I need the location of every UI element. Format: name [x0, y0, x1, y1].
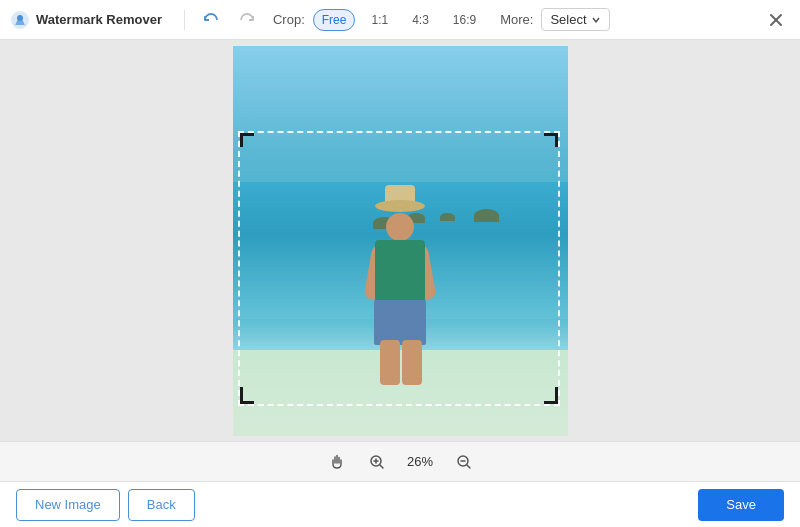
- island-3: [440, 213, 455, 221]
- person-shorts: [374, 300, 426, 345]
- crop-label: Crop:: [273, 12, 305, 27]
- select-dropdown[interactable]: Select: [541, 8, 609, 31]
- select-label: Select: [550, 12, 586, 27]
- hand-icon: [328, 453, 346, 471]
- crop-16-9-button[interactable]: 16:9: [445, 10, 484, 30]
- zoom-bar: 26%: [0, 441, 800, 481]
- zoom-in-button[interactable]: [363, 448, 391, 476]
- app-logo-icon: [10, 10, 30, 30]
- canvas-area: [0, 40, 800, 441]
- svg-line-7: [380, 465, 383, 468]
- zoom-out-button[interactable]: [450, 448, 478, 476]
- person-figure: [360, 185, 440, 365]
- island-4: [474, 209, 499, 222]
- redo-button[interactable]: [233, 6, 261, 34]
- close-button[interactable]: [762, 6, 790, 34]
- save-button[interactable]: Save: [698, 489, 784, 521]
- toolbar-divider: [184, 10, 185, 30]
- svg-point-1: [17, 15, 23, 21]
- chevron-down-icon: [591, 15, 601, 25]
- hat-brim: [375, 200, 425, 212]
- svg-line-10: [467, 465, 470, 468]
- new-image-button[interactable]: New Image: [16, 489, 120, 521]
- person-hat: [375, 185, 425, 215]
- undo-icon: [202, 11, 220, 29]
- crop-free-button[interactable]: Free: [313, 9, 356, 31]
- app-title: Watermark Remover: [36, 12, 162, 27]
- zoom-out-icon: [456, 454, 472, 470]
- back-button[interactable]: Back: [128, 489, 195, 521]
- redo-icon: [238, 11, 256, 29]
- person-leg-right: [402, 340, 422, 385]
- close-icon: [769, 13, 783, 27]
- crop-4-3-button[interactable]: 4:3: [404, 10, 437, 30]
- image-scene: [233, 46, 568, 436]
- crop-1-1-button[interactable]: 1:1: [363, 10, 396, 30]
- more-label: More:: [500, 12, 533, 27]
- hand-tool-button[interactable]: [323, 448, 351, 476]
- undo-button[interactable]: [197, 6, 225, 34]
- app-logo-area: Watermark Remover: [10, 10, 162, 30]
- person-body: [375, 240, 425, 305]
- person-leg-left: [380, 340, 400, 385]
- image-mockup: [233, 46, 568, 436]
- bottom-left-buttons: New Image Back: [16, 489, 195, 521]
- toolbar: Watermark Remover Crop: Free 1:1 4:3 16:…: [0, 0, 800, 40]
- bottom-bar: New Image Back Save: [0, 481, 800, 527]
- zoom-level: 26%: [403, 454, 438, 469]
- zoom-in-icon: [369, 454, 385, 470]
- person-head: [386, 213, 414, 241]
